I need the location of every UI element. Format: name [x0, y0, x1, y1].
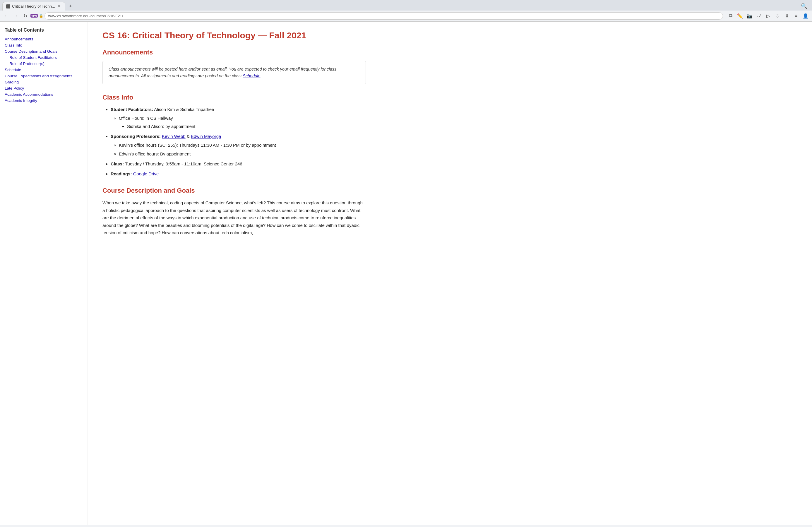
appt-list: Sidhika and Alison: by appointment: [119, 123, 366, 130]
shield-icon[interactable]: 🛡: [755, 12, 763, 20]
tab-close-button[interactable]: ✕: [57, 4, 61, 9]
forward-button[interactable]: →: [12, 12, 20, 20]
download-icon[interactable]: ⬇: [783, 12, 791, 20]
facilitators-item: Student Facilitators: Alison Kim & Sidhi…: [111, 106, 366, 130]
browser-tab-active[interactable]: Critical Theory of Techn... ✕: [2, 2, 65, 11]
reload-button[interactable]: ↻: [21, 12, 29, 20]
toc-link-grading[interactable]: Grading: [5, 80, 19, 84]
page-title: CS 16: Critical Theory of Technology — F…: [102, 30, 366, 40]
toc-item-integrity[interactable]: Academic Integrity: [5, 98, 83, 103]
class-label: Class:: [111, 161, 124, 166]
toc-link-latepolicy[interactable]: Late Policy: [5, 86, 24, 90]
toc-sub-list: Role of Student Facilitators Role of Pro…: [5, 55, 83, 66]
heart-icon[interactable]: ♡: [773, 12, 782, 20]
kevin-hours-item: Kevin's office hours (SCI 255): Thursday…: [119, 142, 366, 149]
announcement-box: Class announcements will be posted here …: [102, 61, 366, 84]
appt-item: Sidhika and Alison: by appointment: [127, 123, 366, 130]
toc-item-roleprof[interactable]: Role of Professor(s): [9, 61, 83, 66]
play-icon[interactable]: ▷: [764, 12, 772, 20]
announcements-section: Announcements Class announcements will b…: [102, 48, 366, 84]
toc-item-announcements[interactable]: Announcements: [5, 36, 83, 41]
toc-item-latepolicy[interactable]: Late Policy: [5, 85, 83, 90]
professors-value: Kevin Webb & Edwin Mayorga: [162, 134, 221, 139]
lock-icon: 🔒: [39, 14, 43, 18]
toc-title: Table of Contents: [5, 28, 83, 33]
readings-label: Readings:: [111, 171, 132, 176]
toc-link-accommodations[interactable]: Academic Accommodations: [5, 92, 53, 97]
new-tab-button[interactable]: +: [67, 2, 75, 10]
back-button[interactable]: ←: [2, 12, 11, 20]
search-icon[interactable]: 🔍: [799, 2, 810, 11]
classinfo-list: Student Facilitators: Alison Kim & Sidhi…: [102, 106, 366, 177]
toc-link-coursedesc[interactable]: Course Description and Goals: [5, 49, 57, 54]
schedule-link[interactable]: Schedule: [243, 73, 260, 78]
edwin-mayorga-link[interactable]: Edwin Mayorga: [191, 134, 221, 139]
toc-link-expectations[interactable]: Course Expectations and Assignments: [5, 74, 72, 78]
camera-icon[interactable]: 📷: [745, 12, 753, 20]
address-domain: www.cs.swarthmore.edu/courses/CS16/F21/: [48, 14, 123, 18]
sidebar: Table of Contents Announcements Class In…: [0, 22, 88, 525]
toc-item-grading[interactable]: Grading: [5, 79, 83, 84]
profile-icon[interactable]: 👤: [801, 12, 810, 20]
tab-favicon: [6, 4, 10, 9]
coursedesc-text: When we take away the technical, coding …: [102, 199, 366, 237]
toc-item-rolestudent[interactable]: Role of Student Facilitators: [9, 55, 83, 60]
split-view-icon[interactable]: ⧉: [726, 12, 735, 20]
toc-link-integrity[interactable]: Academic Integrity: [5, 98, 37, 103]
toc-link-schedule[interactable]: Schedule: [5, 68, 21, 72]
class-item: Class: Tuesday / Thursday, 9:55am - 11:1…: [111, 160, 366, 168]
coursedesc-section: Course Description and Goals When we tak…: [102, 187, 366, 237]
google-drive-link[interactable]: Google Drive: [133, 171, 159, 176]
toc-list: Announcements Class Info Course Descript…: [5, 36, 83, 103]
readings-item: Readings: Google Drive: [111, 170, 366, 177]
facilitators-label: Student Facilitators:: [111, 107, 153, 112]
professors-sub-list: Kevin's office hours (SCI 255): Thursday…: [111, 142, 366, 157]
classinfo-heading: Class Info: [102, 94, 366, 101]
readings-value: Google Drive: [133, 171, 159, 176]
facilitators-sub-list: Office Hours: in CS Hallway Sidhika and …: [111, 115, 366, 130]
office-hours-text: Office Hours: in CS Hallway: [119, 116, 173, 120]
tab-title: Critical Theory of Techn...: [12, 4, 55, 9]
classinfo-section: Class Info Student Facilitators: Alison …: [102, 94, 366, 177]
coursedesc-heading: Course Description and Goals: [102, 187, 366, 195]
toc-item-expectations[interactable]: Course Expectations and Assignments: [5, 73, 83, 78]
page-layout: Table of Contents Announcements Class In…: [0, 22, 812, 525]
address-bar[interactable]: www.cs.swarthmore.edu/courses/CS16/F21/: [44, 12, 723, 19]
announcement-text-before: Class announcements will be posted here …: [108, 67, 336, 78]
kevin-webb-link[interactable]: Kevin Webb: [162, 134, 186, 139]
address-text: www.cs.swarthmore.edu/courses/CS16/F21/: [48, 14, 123, 18]
nav-actions: ⧉ ✏️ 📷 🛡 ▷ ♡ ⬇ ≡ 👤: [726, 12, 810, 20]
toc-link-rolestudent[interactable]: Role of Student Facilitators: [9, 55, 57, 60]
edit-icon[interactable]: ✏️: [736, 12, 744, 20]
toc-item-accommodations[interactable]: Academic Accommodations: [5, 91, 83, 97]
toc-link-announcements[interactable]: Announcements: [5, 37, 33, 41]
facilitators-value: Alison Kim & Sidhika Tripathee: [154, 107, 214, 112]
announcement-text-after: .: [261, 73, 262, 78]
tab-bar: Critical Theory of Techn... ✕ + 🔍: [0, 0, 812, 11]
toc-item-classinfo[interactable]: Class Info: [5, 42, 83, 47]
office-hours-item: Office Hours: in CS Hallway Sidhika and …: [119, 115, 366, 130]
class-value: Tuesday / Thursday, 9:55am - 11:10am, Sc…: [125, 161, 242, 166]
edwin-hours-item: Edwin's office hours: By appointment: [119, 151, 366, 157]
vpn-badge: VPN: [30, 14, 38, 17]
professors-item: Sponsoring Professors: Kevin Webb & Edwi…: [111, 133, 366, 157]
main-content: CS 16: Critical Theory of Technology — F…: [88, 22, 380, 525]
toc-link-classinfo[interactable]: Class Info: [5, 43, 22, 47]
toc-link-roleprof[interactable]: Role of Professor(s): [9, 61, 44, 66]
toc-item-schedule[interactable]: Schedule: [5, 67, 83, 72]
nav-bar: ← → ↻ VPN 🔒 www.cs.swarthmore.edu/course…: [0, 11, 812, 22]
toc-item-coursedesc[interactable]: Course Description and Goals Role of Stu…: [5, 48, 83, 66]
professors-label: Sponsoring Professors:: [111, 134, 161, 139]
browser-chrome: Critical Theory of Techn... ✕ + 🔍 ← → ↻ …: [0, 0, 812, 22]
announcements-heading: Announcements: [102, 48, 366, 56]
menu-icon[interactable]: ≡: [792, 12, 800, 20]
